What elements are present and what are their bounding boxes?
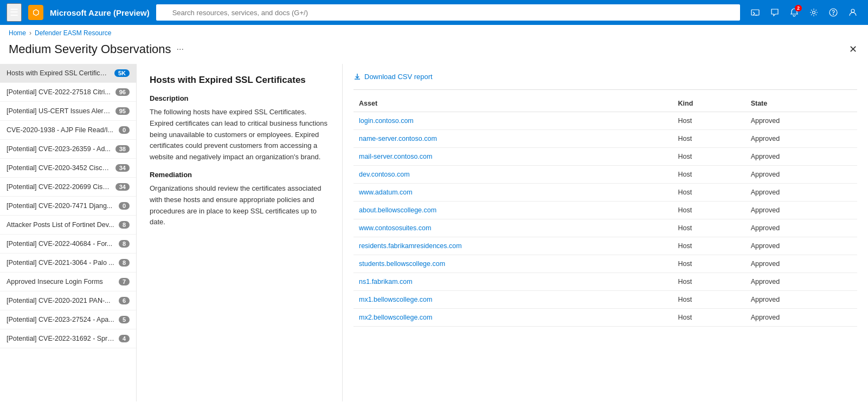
svg-point-4 (833, 14, 834, 15)
asset-link[interactable]: mx1.bellowscollege.com (359, 296, 432, 303)
asset-cell: mx2.bellowscollege.com (353, 309, 673, 327)
state-cell: Approved (745, 148, 857, 166)
sidebar-item[interactable]: [Potential] CVE-2022-27518 Citri...96 (0, 83, 136, 102)
hamburger-button[interactable]: ☰ (7, 3, 22, 22)
sidebar-item-label: [Potential] CVE-2023-26359 - Ad... (7, 145, 111, 153)
sidebar-item-label: [Potential] US-CERT Issues Alert ... (7, 107, 111, 115)
asset-link[interactable]: dev.contoso.com (359, 171, 410, 178)
sidebar-item[interactable]: [Potential] CVE-2022-40684 - For...8 (0, 235, 136, 254)
kind-cell: Host (673, 237, 745, 255)
kind-cell: Host (673, 291, 745, 309)
asset-cell: dev.contoso.com (353, 166, 673, 184)
sidebar-item-label: [Potential] CVE-2023-27524 - Apa... (7, 316, 114, 323)
profile-button[interactable] (844, 4, 861, 21)
asset-link[interactable]: mx2.bellowscollege.com (359, 314, 432, 321)
table-row: mx2.bellowscollege.comHostApproved (353, 309, 857, 327)
sidebar-item[interactable]: CVE-2020-1938 - AJP File Read/I...0 (0, 121, 136, 140)
divider (353, 89, 857, 90)
asset-cell: about.bellowscollege.com (353, 202, 673, 219)
sidebar-item-badge: 4 (119, 335, 130, 342)
sidebar-item[interactable]: Attacker Posts List of Fortinet Dev...8 (0, 216, 136, 235)
sidebar-item[interactable]: [Potential] US-CERT Issues Alert ...95 (0, 102, 136, 121)
state-cell: Approved (745, 166, 857, 184)
asset-table: Asset Kind State login.contoso.comHostAp… (353, 95, 857, 327)
sidebar-item[interactable]: [Potential] CVE-2023-27524 - Apa...5 (0, 310, 136, 329)
asset-cell: www.adatum.com (353, 184, 673, 202)
top-nav: ☰ ⬡ Microsoft Azure (Preview) 🔍 2 (0, 0, 868, 25)
breadcrumb-defender[interactable]: Defender EASM Resource (35, 29, 111, 37)
breadcrumb-sep1: › (29, 29, 31, 37)
svg-rect-0 (751, 10, 759, 15)
sidebar-item-badge: 0 (119, 126, 130, 134)
svg-point-5 (851, 9, 854, 12)
table-row: residents.fabrikamresidences.comHostAppr… (353, 237, 857, 255)
asset-link[interactable]: www.adatum.com (359, 189, 413, 196)
breadcrumb-home[interactable]: Home (9, 29, 26, 37)
state-cell: Approved (745, 309, 857, 327)
table-row: login.contoso.comHostApproved (353, 112, 857, 130)
sidebar-item-label: [Potential] CVE-2020-3452 Cisco... (7, 164, 111, 172)
sidebar-item[interactable]: [Potential] CVE-2020-7471 Djang...0 (0, 197, 136, 216)
asset-link[interactable]: ns1.fabrikam.com (359, 278, 413, 285)
kind-cell: Host (673, 148, 745, 166)
sidebar-item-badge: 8 (119, 259, 130, 267)
table-row: name-server.contoso.comHostApproved (353, 130, 857, 148)
sidebar-item[interactable]: [Potential] CVE-2022-20699 Cisc...34 (0, 178, 136, 197)
state-cell: Approved (745, 130, 857, 148)
sidebar-item-label: Attacker Posts List of Fortinet Dev... (7, 221, 114, 229)
sidebar-item-label: [Potential] CVE-2022-31692 - Spri... (7, 335, 114, 342)
feedback-button[interactable] (766, 4, 783, 21)
azure-logo: ⬡ (28, 5, 43, 20)
asset-link[interactable]: name-server.contoso.com (359, 135, 437, 142)
kind-cell: Host (673, 273, 745, 291)
asset-cell: www.contososuites.com (353, 219, 673, 237)
asset-link[interactable]: mail-server.contoso.com (359, 153, 432, 160)
sidebar-item[interactable]: Hosts with Expired SSL Certificat...5K (0, 64, 136, 83)
notifications-badge: 2 (795, 5, 802, 11)
asset-link[interactable]: residents.fabrikamresidences.com (359, 242, 462, 250)
kind-cell: Host (673, 202, 745, 219)
csv-label: Download CSV report (364, 73, 433, 81)
asset-link[interactable]: www.contososuites.com (359, 224, 431, 232)
sidebar-item-label: CVE-2020-1938 - AJP File Read/I... (7, 126, 114, 134)
asset-link[interactable]: about.bellowscollege.com (359, 206, 436, 214)
sidebar-item-label: [Potential] CVE-2022-20699 Cisc... (7, 183, 111, 191)
content-area: Hosts with Expired SSL Certificates Desc… (137, 64, 868, 401)
sidebar-item[interactable]: [Potential] CVE-2022-31692 - Spri...4 (0, 329, 136, 348)
sidebar-item[interactable]: [Potential] CVE-2023-26359 - Ad...38 (0, 140, 136, 159)
more-options-icon[interactable]: ··· (177, 44, 184, 54)
remediation-label: Remediation (150, 171, 329, 179)
sidebar-item[interactable]: Approved Insecure Login Forms7 (0, 272, 136, 291)
sidebar-item-badge: 7 (119, 278, 130, 285)
download-csv-button[interactable]: Download CSV report (353, 70, 857, 83)
search-wrapper: 🔍 (156, 4, 740, 21)
asset-link[interactable]: login.contoso.com (359, 117, 414, 125)
description-text: The following hosts have expired SSL Cer… (150, 107, 329, 163)
kind-cell: Host (673, 112, 745, 130)
table-row: www.adatum.comHostApproved (353, 184, 857, 202)
close-button[interactable]: ✕ (847, 41, 859, 57)
svg-point-2 (813, 11, 815, 14)
help-button[interactable] (825, 4, 842, 21)
settings-button[interactable] (805, 4, 822, 21)
kind-cell: Host (673, 309, 745, 327)
description-label: Description (150, 94, 329, 102)
sidebar-item[interactable]: [Potential] CVE-2020-2021 PAN-...6 (0, 291, 136, 310)
kind-cell: Host (673, 166, 745, 184)
sidebar-item[interactable]: [Potential] CVE-2021-3064 - Palo ...8 (0, 254, 136, 272)
asset-cell: login.contoso.com (353, 112, 673, 130)
asset-link[interactable]: students.bellowscollege.com (359, 260, 445, 268)
asset-cell: residents.fabrikamresidences.com (353, 237, 673, 255)
sidebar-item-badge: 8 (119, 221, 130, 229)
table-row: ns1.fabrikam.comHostApproved (353, 273, 857, 291)
cloud-shell-button[interactable] (747, 4, 764, 21)
search-input[interactable] (156, 4, 740, 21)
data-panel: Download CSV report Asset Kind State log… (343, 64, 868, 401)
sidebar-item[interactable]: [Potential] CVE-2020-3452 Cisco...34 (0, 159, 136, 178)
notifications-button[interactable]: 2 (786, 4, 803, 21)
col-kind: Kind (673, 95, 745, 112)
sidebar: Hosts with Expired SSL Certificat...5K[P… (0, 64, 137, 401)
kind-cell: Host (673, 219, 745, 237)
detail-title: Hosts with Expired SSL Certificates (150, 75, 329, 86)
asset-cell: mail-server.contoso.com (353, 148, 673, 166)
